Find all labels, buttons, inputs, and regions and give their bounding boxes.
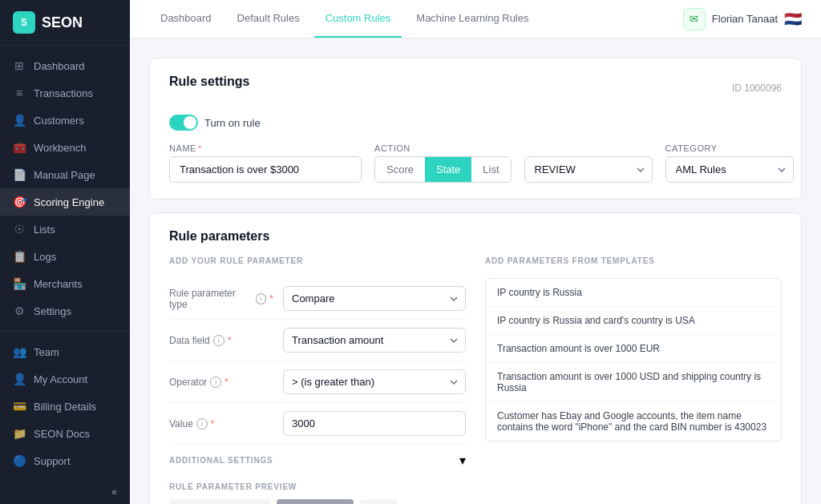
customers-icon: 👤 [13,114,26,127]
rule-settings-form: Name* Action ScoreStateList REVIEW APPRO… [169,143,782,183]
param-input-value[interactable] [283,411,466,436]
top-navigation: DashboardDefault RulesCustom RulesMachin… [130,0,821,38]
category-select[interactable]: AML Rules Fraud Rules KYC Rules [665,156,794,183]
param-label-operator: Operator i * [169,377,273,388]
action-btn-state[interactable]: State [425,157,471,182]
sidebar-label-scoring-engine: Scoring Engine [34,196,104,208]
review-label [524,143,653,153]
name-label: Name* [169,143,362,153]
action-group: Action ScoreStateList [374,143,512,183]
param-select-operator[interactable]: > (is greater than)< (is less than)= (eq… [283,369,466,394]
info-icon[interactable]: i [210,377,221,388]
template-item-3[interactable]: Transaction amount is over 1000 USD and … [486,363,781,402]
sidebar-item-logs[interactable]: 📋Logs [0,243,130,270]
sidebar-collapse-button[interactable]: « [0,480,130,504]
turn-on-rule-toggle[interactable] [169,115,198,131]
action-buttons: ScoreStateList [374,156,512,183]
param-row-rule-param-type: Rule parameter type i *CompareVelocityAg… [169,278,466,320]
info-icon[interactable]: i [196,418,208,429]
scoring-engine-icon: 🎯 [13,196,26,208]
params-grid: ADD YOUR RULE PARAMETER Rule parameter t… [169,256,782,504]
sidebar-label-team: Team [34,346,59,358]
sidebar-label-my-account: My Account [34,373,87,385]
category-group: Category AML Rules Fraud Rules KYC Rules [665,143,794,183]
sidebar-label-manual-page: Manual Page [34,169,95,181]
review-select[interactable]: REVIEW APPROVE DECLINE [524,156,653,183]
sidebar-item-support[interactable]: 🔵Support [0,447,130,474]
sidebar-item-lists[interactable]: ☉Lists [0,216,130,243]
sidebar-item-merchants[interactable]: 🏪Merchants [0,270,130,297]
param-label-rule-param-type: Rule parameter type i * [169,288,273,310]
logo-icon: S [13,11,35,34]
param-select-rule-param-type[interactable]: CompareVelocityAggregation [283,286,466,311]
category-label: Category [665,143,794,153]
action-btn-score[interactable]: Score [375,157,425,182]
additional-settings-label: ADDITIONAL SETTINGS [169,456,273,465]
billing-details-icon: 💳 [13,400,26,413]
sidebar-item-dashboard[interactable]: ⊞Dashboard [0,52,130,79]
preview-label: RULE PARAMETER PREVIEW [169,482,466,491]
sidebar-item-customers[interactable]: 👤Customers [0,107,130,134]
preview-section: RULE PARAMETER PREVIEW Transaction amoun… [169,482,466,504]
preview-tag: is greater than [277,499,354,504]
sidebar-label-dashboard: Dashboard [34,60,85,72]
user-menu[interactable]: ✉ Florian Tanaat 🇳🇱 [683,8,802,30]
preview-tag: 3000 [360,499,398,504]
additional-settings-row[interactable]: ADDITIONAL SETTINGS ▾ [169,444,466,476]
param-label-value: Value i * [169,418,273,429]
tab-dashboard[interactable]: Dashboard [149,0,223,38]
add-param-title: ADD YOUR RULE PARAMETER [169,256,466,265]
sidebar-label-seon-docs: SEON Docs [34,428,90,440]
review-group: REVIEW APPROVE DECLINE [524,143,653,183]
rule-id: ID 1000096 [732,83,782,94]
support-icon: 🔵 [13,454,26,467]
tab-default-rules[interactable]: Default Rules [226,0,311,38]
param-select-data-field[interactable]: Transaction amountIP countryCard country [283,328,466,353]
transactions-icon: ≡ [13,87,26,99]
param-label-data-field: Data field i * [169,335,273,346]
toggle-row: Turn on rule [169,115,782,131]
tab-custom-rules[interactable]: Custom Rules [314,0,402,38]
content-area: Rule settings ID 1000096 Turn on rule Na… [130,38,821,504]
app-logo: S SEON [0,0,130,46]
template-section-title: ADD PARAMETERS FROM TEMPLATES [485,256,782,265]
sidebar-item-transactions[interactable]: ≡Transactions [0,79,130,107]
sidebar-label-lists: Lists [34,224,55,236]
sidebar-item-settings[interactable]: ⚙Settings [0,297,130,325]
param-row-operator: Operator i *> (is greater than)< (is les… [169,361,466,403]
param-row-data-field: Data field i *Transaction amountIP count… [169,320,466,361]
lists-icon: ☉ [13,223,26,236]
info-icon[interactable]: i [256,293,266,304]
sidebar-nav: ⊞Dashboard≡Transactions👤Customers🧰Workbe… [0,46,130,480]
rule-parameters-card: Rule parameters ADD YOUR RULE PARAMETER … [149,212,802,504]
action-btn-list[interactable]: List [471,157,510,182]
sidebar-item-my-account[interactable]: 👤My Account [0,365,130,393]
template-item-1[interactable]: IP country is Russia and card's country … [486,307,781,335]
main-area: DashboardDefault RulesCustom RulesMachin… [130,0,821,504]
template-item-2[interactable]: Transaction amount is over 1000 EUR [486,335,781,363]
template-item-4[interactable]: Customer has Ebay and Google accounts, t… [486,402,781,441]
rule-settings-title: Rule settings [169,75,249,89]
sidebar-item-seon-docs[interactable]: 📁SEON Docs [0,420,130,447]
template-item-0[interactable]: IP country is Russia [486,279,781,307]
sidebar-item-team[interactable]: 👥Team [0,338,130,365]
rule-settings-card: Rule settings ID 1000096 Turn on rule Na… [149,58,802,200]
sidebar-label-logs: Logs [34,251,56,263]
info-icon[interactable]: i [213,335,224,346]
rule-settings-header: Rule settings ID 1000096 [169,75,782,102]
sidebar-item-workbench[interactable]: 🧰Workbench [0,134,130,161]
name-input[interactable] [169,156,362,183]
toggle-label: Turn on rule [204,117,261,129]
sidebar-item-billing-details[interactable]: 💳Billing Details [0,393,130,420]
preview-tag: Transaction amount [169,499,270,504]
params-left: ADD YOUR RULE PARAMETER Rule parameter t… [169,256,466,504]
logs-icon: 📋 [13,250,26,263]
rule-parameters-title: Rule parameters [169,229,782,244]
user-flag: 🇳🇱 [784,10,802,28]
sidebar-item-manual-page[interactable]: 📄Manual Page [0,161,130,188]
sidebar-item-scoring-engine[interactable]: 🎯Scoring Engine [0,188,130,216]
tab-ml-rules[interactable]: Machine Learning Rules [405,0,540,38]
merchants-icon: 🏪 [13,277,26,290]
sidebar: S SEON ⊞Dashboard≡Transactions👤Customers… [0,0,130,504]
sidebar-item-schedule-a-call[interactable]: 📞Schedule a Call [0,474,130,480]
